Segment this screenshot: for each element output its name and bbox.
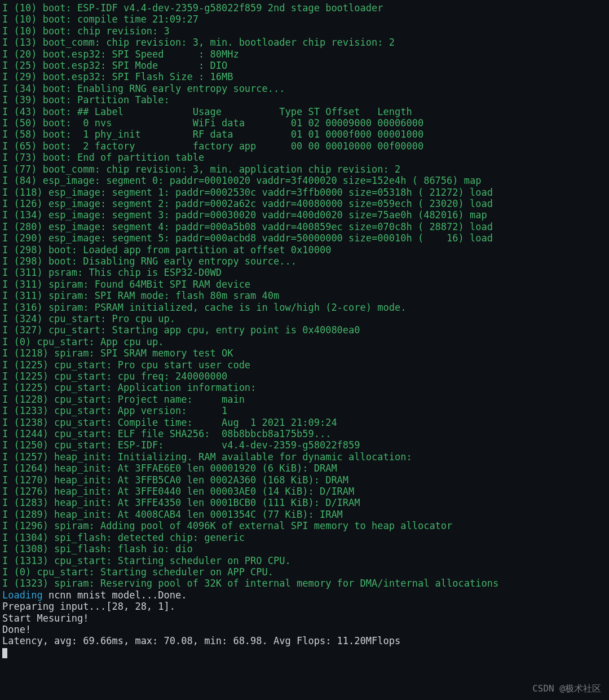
loading-word: Loading <box>2 589 43 601</box>
log-line: I (280) esp_image: segment 4: paddr=000a… <box>2 221 607 232</box>
log-line: I (39) boot: Partition Table: <box>2 94 607 105</box>
log-line: I (10) boot: compile time 21:09:27 <box>2 14 607 25</box>
loading-rest: ncnn mnist model...Done. <box>43 589 187 601</box>
log-line: I (134) esp_image: segment 3: paddr=0003… <box>2 209 607 221</box>
log-line: I (65) boot: 2 factory factory app 00 00… <box>2 140 607 152</box>
log-line: I (13) boot_comm: chip revision: 3, min.… <box>2 37 607 48</box>
log-line: I (10) boot: chip revision: 3 <box>2 25 607 37</box>
log-line: I (1323) spiram: Reserving pool of 32K o… <box>2 578 607 589</box>
cursor <box>2 648 7 658</box>
log-line: I (25) boot.esp32: SPI Mode : DIO <box>2 60 607 71</box>
log-line: I (290) esp_image: segment 5: paddr=000a… <box>2 232 607 244</box>
cursor-line[interactable] <box>2 647 607 658</box>
log-line: I (311) spiram: SPI RAM mode: flash 80m … <box>2 290 607 301</box>
log-line: I (1225) cpu_start: cpu freq: 240000000 <box>2 371 607 382</box>
log-line: I (298) boot: Loaded app from partition … <box>2 244 607 256</box>
log-line: I (316) spiram: PSRAM initialized, cache… <box>2 302 607 313</box>
log-line: I (327) cpu_start: Starting app cpu, ent… <box>2 324 607 336</box>
log-line: I (1264) heap_init: At 3FFAE6E0 len 0000… <box>2 463 607 474</box>
log-line: I (1250) cpu_start: ESP-IDF: v4.4-dev-23… <box>2 439 607 451</box>
log-line: I (77) boot_comm: chip revision: 3, min.… <box>2 164 607 175</box>
log-line: I (1218) spiram: SPI SRAM memory test OK <box>2 347 607 359</box>
log-line: I (1244) cpu_start: ELF file SHA256: 08b… <box>2 428 607 439</box>
log-line: I (1308) spi_flash: flash io: dio <box>2 543 607 554</box>
log-line: I (58) boot: 1 phy_init RF data 01 01 00… <box>2 129 607 140</box>
log-line: I (50) boot: 0 nvs WiFi data 01 02 00009… <box>2 117 607 129</box>
status-done: Done! <box>2 624 607 635</box>
log-line: I (118) esp_image: segment 1: paddr=0002… <box>2 187 607 198</box>
log-line: I (311) psram: This chip is ESP32-D0WD <box>2 267 607 278</box>
status-loading: Loading ncnn mnist model...Done. <box>2 589 607 601</box>
log-line: I (1296) spiram: Adding pool of 4096K of… <box>2 520 607 531</box>
log-line: I (43) boot: ## Label Usage Type ST Offs… <box>2 106 607 117</box>
log-line: I (126) esp_image: segment 2: paddr=0002… <box>2 198 607 209</box>
log-line: I (1283) heap_init: At 3FFE4350 len 0001… <box>2 497 607 508</box>
log-line: I (1233) cpu_start: App version: 1 <box>2 405 607 416</box>
log-line: I (1228) cpu_start: Project name: main <box>2 394 607 405</box>
log-line: I (0) cpu_start: Starting scheduler on A… <box>2 566 607 578</box>
log-line: I (1238) cpu_start: Compile time: Aug 1 … <box>2 417 607 428</box>
log-line: I (0) cpu_start: App cpu up. <box>2 336 607 347</box>
log-line: I (1276) heap_init: At 3FFE0440 len 0000… <box>2 486 607 497</box>
log-line: I (1289) heap_init: At 4008CAB4 len 0001… <box>2 509 607 520</box>
log-line: I (84) esp_image: segment 0: paddr=00010… <box>2 175 607 186</box>
log-line: I (10) boot: ESP-IDF v4.4-dev-2359-g5802… <box>2 2 607 14</box>
log-line: I (324) cpu_start: Pro cpu up. <box>2 313 607 324</box>
status-latency: Latency, avg: 69.66ms, max: 70.08, min: … <box>2 635 607 646</box>
status-preparing: Preparing input...[28, 28, 1]. <box>2 601 607 612</box>
log-line: I (1304) spi_flash: detected chip: gener… <box>2 532 607 543</box>
log-line: I (298) boot: Disabling RNG early entrop… <box>2 256 607 267</box>
log-line: I (20) boot.esp32: SPI Speed : 80MHz <box>2 49 607 60</box>
log-line: I (73) boot: End of partition table <box>2 152 607 163</box>
watermark: CSDN @极术社区 <box>532 683 601 694</box>
terminal-output: I (10) boot: ESP-IDF v4.4-dev-2359-g5802… <box>0 0 609 658</box>
log-line: I (29) boot.esp32: SPI Flash Size : 16MB <box>2 71 607 82</box>
log-line: I (1225) cpu_start: Pro cpu start user c… <box>2 359 607 371</box>
status-start: Start Mesuring! <box>2 613 607 624</box>
log-line: I (1270) heap_init: At 3FFB5CA0 len 0002… <box>2 474 607 486</box>
log-line: I (311) spiram: Found 64MBit SPI RAM dev… <box>2 279 607 290</box>
log-line: I (34) boot: Enabling RNG early entropy … <box>2 83 607 94</box>
log-line: I (1257) heap_init: Initializing. RAM av… <box>2 451 607 463</box>
log-line: I (1313) cpu_start: Starting scheduler o… <box>2 555 607 566</box>
log-line: I (1225) cpu_start: Application informat… <box>2 382 607 393</box>
